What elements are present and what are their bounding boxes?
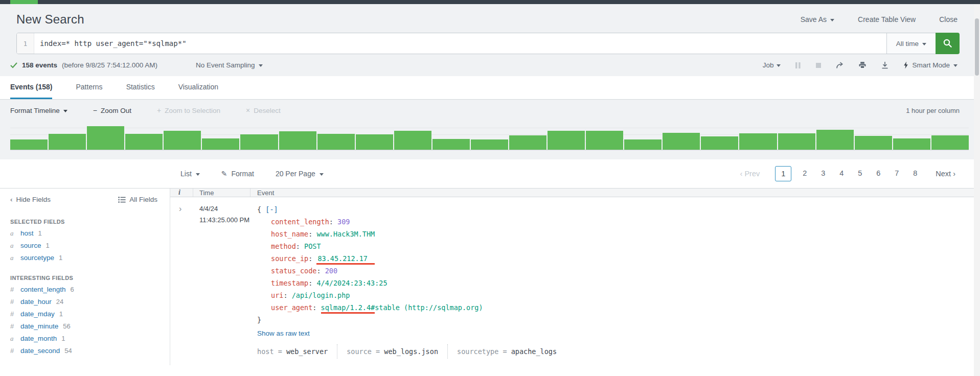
- scrollbar-thumb[interactable]: [975, 18, 979, 76]
- field-name-link[interactable]: date_minute: [20, 323, 58, 330]
- list-view-menu[interactable]: List: [180, 170, 200, 178]
- format-results-button[interactable]: ✎ Format: [221, 170, 254, 178]
- histogram-bar[interactable]: [816, 130, 854, 150]
- histogram-bar[interactable]: [701, 136, 738, 150]
- meta-label: source =: [347, 347, 384, 356]
- histogram-bar[interactable]: [778, 133, 815, 150]
- field-name-link[interactable]: date_mday: [20, 311, 55, 318]
- field-name-link[interactable]: sourcetype: [20, 254, 54, 262]
- histogram-bar[interactable]: [164, 131, 201, 150]
- tab-statistics[interactable]: Statistics: [126, 76, 155, 99]
- show-raw-text-link[interactable]: Show as raw text: [257, 327, 980, 340]
- search-mode-menu[interactable]: Smart Mode: [903, 61, 958, 69]
- format-timeline-menu[interactable]: Format Timeline: [10, 107, 67, 114]
- share-job-button[interactable]: [836, 61, 844, 69]
- meta-source[interactable]: source = web_logs.json: [337, 344, 447, 359]
- field-name-link[interactable]: content_length: [20, 286, 66, 293]
- json-line-host_name: host_name: www.Hack3M.THM: [257, 228, 980, 240]
- meta-sourcetype[interactable]: sourcetype = apache_logs: [447, 344, 566, 359]
- histogram-bar[interactable]: [931, 135, 969, 150]
- event-sampling-menu[interactable]: No Event Sampling: [196, 61, 263, 69]
- field-name-link[interactable]: host: [20, 230, 34, 237]
- event-json-cell: { [-] content_length: 309host_name: www.…: [250, 203, 980, 365]
- pagination: ‹ Prev 12345678 Next ›: [738, 166, 958, 181]
- export-button[interactable]: [881, 61, 889, 69]
- histogram-bar[interactable]: [202, 138, 239, 150]
- histogram-bar[interactable]: [240, 134, 278, 150]
- create-table-view-button[interactable]: Create Table View: [858, 15, 916, 24]
- json-value: stable (http://sqlmap.org): [375, 303, 483, 312]
- tab-events-158-[interactable]: Events (158): [10, 76, 52, 99]
- tab-visualization[interactable]: Visualization: [178, 76, 218, 99]
- field-name-link[interactable]: date_second: [20, 347, 60, 355]
- event-expand-button[interactable]: ›: [170, 203, 193, 365]
- page-button-7[interactable]: 7: [890, 166, 904, 181]
- histogram-bar[interactable]: [586, 131, 623, 150]
- histogram-bar[interactable]: [125, 134, 163, 150]
- histogram-bar[interactable]: [855, 136, 892, 150]
- page-button-1[interactable]: 1: [775, 166, 791, 181]
- field-name-link[interactable]: date_hour: [20, 298, 52, 306]
- brand-accent-segment: [10, 0, 38, 4]
- annotated-value: sqlmap/1.2.4#: [321, 303, 375, 314]
- histogram-bar[interactable]: [548, 131, 585, 150]
- field-count: 1: [61, 335, 65, 342]
- check-icon: [10, 62, 17, 68]
- json-open-line: { [-]: [257, 203, 980, 216]
- field-row-content_length: #content_length6: [10, 286, 157, 293]
- job-status-bar: 158 events (before 9/8/25 7:54:12.000 AM…: [0, 59, 980, 76]
- time-range-picker[interactable]: All time: [886, 33, 936, 54]
- field-name-link[interactable]: date_month: [20, 335, 57, 342]
- histogram-bar[interactable]: [432, 139, 470, 150]
- histogram-bar[interactable]: [893, 138, 930, 150]
- chevron-down-icon: [830, 19, 834, 21]
- all-fields-button[interactable]: All Fields: [118, 196, 157, 203]
- histogram-bar[interactable]: [663, 133, 700, 150]
- histogram-bar[interactable]: [49, 134, 86, 150]
- x-icon: ×: [246, 106, 250, 114]
- zoom-out-button[interactable]: − Zoom Out: [93, 106, 131, 114]
- page-button-5[interactable]: 5: [853, 166, 867, 181]
- json-collapse-link[interactable]: [-]: [265, 205, 278, 214]
- histogram-bar[interactable]: [87, 126, 124, 150]
- save-as-menu[interactable]: Save As: [801, 15, 834, 24]
- print-button[interactable]: [858, 61, 867, 69]
- vertical-scrollbar[interactable]: [974, 4, 980, 376]
- page-button-3[interactable]: 3: [816, 166, 830, 181]
- histogram-bar[interactable]: [279, 131, 316, 150]
- event-date: 4/4/24: [199, 203, 250, 215]
- interesting-fields-title: INTERESTING FIELDS: [10, 275, 157, 281]
- meta-host[interactable]: host = web_server: [257, 344, 337, 359]
- page-button-4[interactable]: 4: [834, 166, 849, 181]
- hide-fields-button[interactable]: ‹ Hide Fields: [10, 196, 51, 203]
- json-line-uri: uri: /api/login.php: [257, 289, 980, 301]
- job-menu[interactable]: Job: [763, 61, 781, 69]
- page-button-8[interactable]: 8: [908, 166, 922, 181]
- per-page-menu[interactable]: 20 Per Page: [276, 170, 324, 178]
- histogram-bar[interactable]: [471, 139, 508, 150]
- histogram-bar[interactable]: [356, 134, 393, 150]
- search-button[interactable]: [936, 33, 960, 54]
- column-header-info: i: [170, 189, 193, 197]
- json-key: user_agent: [271, 303, 312, 312]
- field-name-link[interactable]: source: [20, 242, 41, 249]
- page-button-2[interactable]: 2: [797, 166, 812, 181]
- histogram-bar[interactable]: [509, 135, 546, 150]
- column-header-event: Event: [250, 189, 980, 197]
- histogram-bar[interactable]: [739, 133, 777, 150]
- pause-button[interactable]: [795, 62, 801, 69]
- histogram-bar[interactable]: [10, 139, 48, 150]
- meta-value: web_logs.json: [384, 347, 438, 356]
- next-page-button[interactable]: Next ›: [933, 167, 958, 181]
- histogram-bar[interactable]: [317, 134, 355, 150]
- tab-patterns[interactable]: Patterns: [76, 76, 102, 99]
- search-query-input[interactable]: index=* http user_agent="*sqlmap*": [34, 33, 886, 54]
- stop-button[interactable]: [815, 62, 822, 68]
- histogram-bar[interactable]: [624, 139, 662, 150]
- close-button[interactable]: Close: [939, 15, 958, 24]
- download-icon: [881, 61, 889, 69]
- histogram-bar[interactable]: [394, 131, 431, 150]
- event-row: › 4/4/24 11:43:25.000 PM { [-] content_l…: [170, 197, 980, 365]
- page-button-6[interactable]: 6: [871, 166, 885, 181]
- json-key: source_ip: [271, 254, 308, 263]
